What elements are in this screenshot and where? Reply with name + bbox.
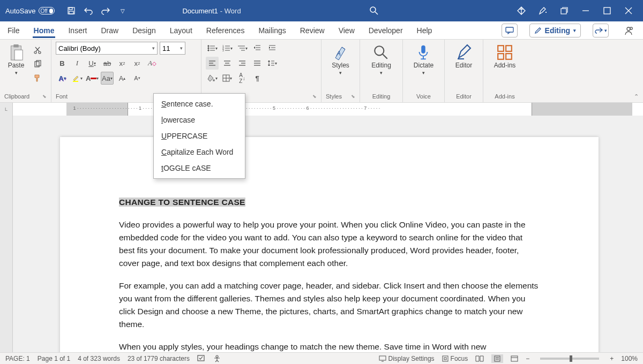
maximize-icon[interactable] bbox=[602, 6, 612, 16]
page[interactable]: CHANGE TO SENTENCE CASE Video provides a… bbox=[60, 137, 599, 352]
font-color-button[interactable]: A▾ bbox=[86, 72, 99, 85]
web-layout-icon[interactable] bbox=[511, 355, 518, 362]
decrease-indent-button[interactable] bbox=[251, 42, 264, 55]
comments-button[interactable] bbox=[502, 24, 518, 37]
search-icon[interactable] bbox=[369, 6, 379, 16]
numbering-button[interactable]: 123▾ bbox=[221, 42, 234, 55]
justify-button[interactable] bbox=[251, 57, 264, 70]
tab-review[interactable]: Review bbox=[299, 22, 326, 38]
restore-up-icon[interactable] bbox=[559, 6, 569, 16]
line-spacing-button[interactable]: ▾ bbox=[266, 57, 279, 70]
paste-button[interactable]: Paste ▾ bbox=[4, 42, 28, 78]
save-icon[interactable] bbox=[66, 6, 76, 16]
tab-help[interactable]: Help bbox=[416, 22, 433, 38]
show-hide-button[interactable]: ¶ bbox=[251, 72, 264, 85]
close-icon[interactable] bbox=[624, 6, 633, 16]
menu-capitalize-each-word[interactable]: Capitalize Each Word bbox=[154, 144, 245, 160]
tab-draw[interactable]: Draw bbox=[100, 22, 119, 38]
font-name-combo[interactable]: Calibri (Body)▾ bbox=[56, 42, 158, 55]
account-icon[interactable] bbox=[620, 24, 637, 37]
dialog-launcher-icon[interactable]: ⬊ bbox=[42, 94, 47, 99]
increase-indent-button[interactable] bbox=[266, 42, 279, 55]
vertical-ruler[interactable] bbox=[0, 116, 13, 352]
customize-qat-icon[interactable]: ▽ bbox=[118, 6, 128, 16]
sort-button[interactable]: AZ↓ bbox=[236, 72, 249, 85]
focus-button[interactable]: Focus bbox=[442, 355, 468, 362]
menu-toggle-case[interactable]: tOGGLE cASE bbox=[154, 160, 245, 176]
borders-button[interactable]: ▾ bbox=[221, 72, 234, 85]
spellcheck-icon[interactable] bbox=[197, 355, 206, 362]
subscript-button[interactable]: x2 bbox=[116, 57, 129, 70]
tab-insert[interactable]: Insert bbox=[67, 22, 88, 38]
read-mode-icon[interactable] bbox=[475, 355, 484, 362]
addins-button[interactable]: Add-ins bbox=[491, 42, 519, 71]
change-case-button[interactable]: Aa▾ bbox=[101, 72, 114, 85]
zoom-out-button[interactable]: − bbox=[526, 355, 529, 362]
strikethrough-button[interactable]: ab bbox=[101, 57, 114, 70]
dialog-launcher-icon[interactable]: ⬊ bbox=[351, 94, 355, 99]
superscript-button[interactable]: x2 bbox=[131, 57, 144, 70]
pencil-sparkle-icon[interactable] bbox=[538, 6, 548, 16]
horizontal-ruler[interactable]: L 1 · · · · · · · · · · · · · · · · · · … bbox=[0, 103, 643, 116]
zoom-in-button[interactable]: + bbox=[610, 355, 614, 362]
redo-icon[interactable] bbox=[101, 6, 110, 16]
clear-formatting-button[interactable]: A◇ bbox=[146, 57, 159, 70]
tab-selector-icon[interactable]: L bbox=[0, 103, 13, 116]
styles-button[interactable]: A Styles▾ bbox=[328, 42, 353, 78]
display-settings-button[interactable]: Display Settings bbox=[379, 355, 435, 362]
menu-lowercase[interactable]: lowercase bbox=[154, 112, 245, 128]
highlight-button[interactable]: ▾ bbox=[71, 72, 84, 85]
share-button[interactable]: ▾ bbox=[593, 24, 609, 37]
bold-button[interactable]: B bbox=[56, 57, 69, 70]
status-page-short[interactable]: PAGE: 1 bbox=[5, 355, 30, 362]
print-layout-icon[interactable] bbox=[491, 354, 503, 363]
italic-button[interactable]: I bbox=[71, 57, 84, 70]
dictate-button[interactable]: Dictate▾ bbox=[410, 42, 437, 78]
accessibility-icon[interactable] bbox=[213, 355, 221, 362]
zoom-slider[interactable] bbox=[540, 358, 599, 360]
status-characters[interactable]: 23 of 1779 characters bbox=[128, 355, 190, 362]
tab-design[interactable]: Design bbox=[131, 22, 157, 38]
editor-button[interactable]: Editor bbox=[452, 42, 476, 71]
text-effects-button[interactable]: A▾ bbox=[56, 72, 69, 85]
diamond-icon[interactable] bbox=[517, 6, 526, 16]
align-right-button[interactable] bbox=[236, 57, 249, 70]
status-page-long[interactable]: Page 1 of 1 bbox=[38, 355, 70, 362]
collapse-ribbon-icon[interactable]: ⌃ bbox=[634, 93, 639, 100]
undo-icon[interactable] bbox=[84, 6, 93, 16]
multilevel-list-button[interactable]: ▾ bbox=[236, 42, 249, 55]
format-painter-icon[interactable] bbox=[31, 72, 44, 85]
menu-sentence-case[interactable]: Sentence case. bbox=[154, 96, 245, 112]
copy-icon[interactable] bbox=[31, 58, 44, 71]
tab-references[interactable]: References bbox=[205, 22, 246, 38]
autosave-toggle[interactable]: AutoSave Off bbox=[0, 7, 60, 15]
body-paragraph[interactable]: Video provides a powerful way to help yo… bbox=[119, 218, 540, 270]
tab-file[interactable]: File bbox=[6, 22, 21, 38]
tab-view[interactable]: View bbox=[338, 22, 356, 38]
cut-icon[interactable] bbox=[31, 44, 44, 57]
shading-button[interactable]: ▾ bbox=[206, 72, 219, 85]
underline-button[interactable]: U▾ bbox=[86, 57, 99, 70]
dialog-launcher-icon[interactable]: ⬊ bbox=[312, 94, 317, 99]
zoom-level[interactable]: 100% bbox=[621, 355, 638, 362]
body-paragraph[interactable]: When you apply styles, your headings cha… bbox=[119, 340, 540, 352]
editing-find-button[interactable]: Editing▾ bbox=[368, 42, 394, 78]
tab-home[interactable]: Home bbox=[33, 22, 56, 38]
align-left-button[interactable] bbox=[206, 57, 219, 70]
body-paragraph[interactable]: For example, you can add a matching cove… bbox=[119, 279, 540, 331]
grow-font-button[interactable]: A▴ bbox=[116, 72, 129, 85]
tab-developer[interactable]: Developer bbox=[368, 22, 404, 38]
minimize-icon[interactable] bbox=[581, 6, 590, 16]
shrink-font-button[interactable]: A▾ bbox=[131, 72, 144, 85]
font-size-combo[interactable]: 11▾ bbox=[160, 42, 185, 55]
menu-uppercase[interactable]: UPPERCASE bbox=[154, 128, 245, 144]
selected-heading[interactable]: CHANGE TO SENTENCE CASE bbox=[119, 198, 245, 207]
svg-rect-80 bbox=[511, 356, 518, 361]
tab-mailings[interactable]: Mailings bbox=[257, 22, 287, 38]
styles-icon: A bbox=[332, 44, 349, 61]
align-center-button[interactable] bbox=[221, 57, 234, 70]
status-words[interactable]: 4 of 323 words bbox=[78, 355, 120, 362]
bullets-button[interactable]: ▾ bbox=[206, 42, 219, 55]
tab-layout[interactable]: Layout bbox=[169, 22, 193, 38]
editing-mode-button[interactable]: Editing ▾ bbox=[529, 24, 581, 37]
